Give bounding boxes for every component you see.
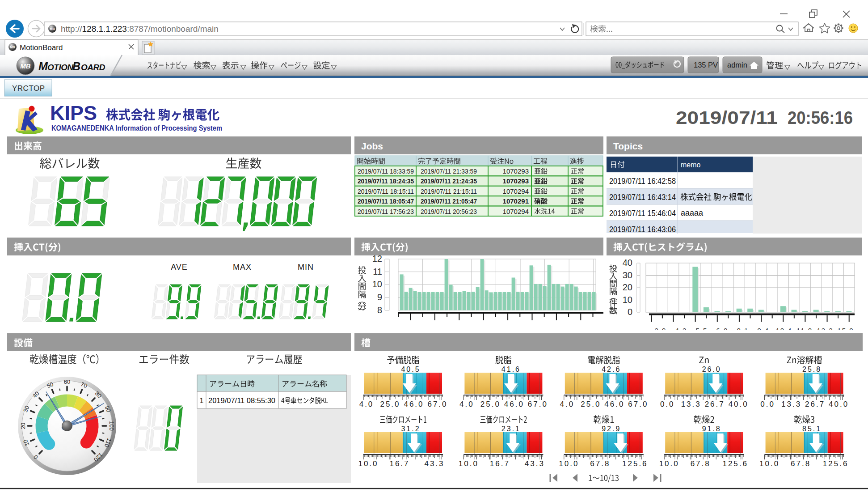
svg-text:2019/07/11 21:33:59: 2019/07/11 21:33:59 — [421, 167, 477, 175]
svg-text:2019/07/11 16:42:58: 2019/07/11 16:42:58 — [609, 176, 676, 186]
svg-text:13.3: 13.3 — [681, 400, 701, 408]
svg-text:Jobs: Jobs — [361, 141, 383, 151]
svg-text:2019/07/11 18:24:35: 2019/07/11 18:24:35 — [358, 177, 414, 185]
svg-text:31.2: 31.2 — [401, 425, 420, 433]
svg-text:2019/07/11 16:43:14: 2019/07/11 16:43:14 — [609, 192, 676, 202]
svg-text:M: M — [38, 60, 48, 72]
svg-text:11: 11 — [373, 267, 382, 276]
svg-text:2019/07/11 21:15:11: 2019/07/11 21:15:11 — [421, 187, 477, 195]
svg-text:2019/07/11 20:56:23: 2019/07/11 20:56:23 — [421, 208, 477, 215]
svg-text:25.0: 25.0 — [581, 400, 601, 408]
svg-text:OARD: OARD — [81, 63, 105, 72]
svg-text:2019/07/11 18:33:59: 2019/07/11 18:33:59 — [358, 167, 414, 175]
svg-text:2019/07/11: 2019/07/11 — [676, 107, 778, 128]
svg-text:8: 8 — [377, 305, 382, 315]
svg-text:2019/07/11 16:43:06: 2019/07/11 16:43:06 — [609, 225, 676, 234]
svg-text:10.0: 10.0 — [559, 459, 579, 468]
svg-text:admin: admin — [727, 61, 747, 69]
svg-text:25.8: 25.8 — [802, 366, 822, 373]
svg-text:46.0: 46.0 — [504, 400, 524, 408]
svg-text:67.0: 67.0 — [628, 400, 648, 408]
svg-text:10.0: 10.0 — [459, 459, 479, 468]
svg-text:10.0: 10.0 — [759, 459, 780, 468]
svg-text:16.7: 16.7 — [490, 459, 510, 468]
svg-text:67.8: 67.8 — [590, 459, 610, 468]
svg-text:http://128.1.1.223:8787/motion: http://128.1.1.223:8787/motionboard/main — [61, 24, 219, 34]
svg-text:aaaaa: aaaaa — [681, 208, 704, 217]
svg-text:67.8: 67.8 — [791, 459, 811, 468]
svg-text:OTION: OTION — [47, 63, 74, 72]
svg-text:MB: MB — [50, 27, 55, 30]
svg-text:MB: MB — [10, 46, 15, 49]
svg-text:46.0: 46.0 — [604, 400, 624, 408]
svg-text:9: 9 — [377, 292, 382, 302]
svg-text:135 PV: 135 PV — [694, 61, 718, 69]
svg-text:30: 30 — [623, 270, 632, 280]
svg-text:42.6: 42.6 — [602, 366, 621, 373]
svg-text:92.9: 92.9 — [602, 425, 621, 433]
svg-text:1070293: 1070293 — [503, 167, 529, 175]
svg-text:13.3: 13.3 — [781, 400, 801, 408]
svg-text:20:56:16: 20:56:16 — [788, 107, 853, 128]
svg-text:1070291: 1070291 — [503, 197, 529, 205]
svg-text:46.0: 46.0 — [404, 400, 424, 408]
svg-text:60: 60 — [64, 378, 70, 385]
svg-text:125.6: 125.6 — [722, 459, 748, 468]
svg-text:4.0: 4.0 — [359, 400, 374, 408]
svg-text:AVE: AVE — [171, 263, 188, 272]
svg-text:16.7: 16.7 — [389, 459, 409, 468]
svg-text:MB: MB — [20, 62, 30, 70]
svg-text:91.8: 91.8 — [702, 425, 721, 433]
svg-text:25.0: 25.0 — [380, 400, 400, 408]
svg-text:12: 12 — [372, 254, 382, 264]
svg-text:2019/07/11 15:46:04: 2019/07/11 15:46:04 — [609, 208, 676, 218]
svg-text:85.1: 85.1 — [802, 425, 822, 433]
svg-text:2019/07/11 21:24:35: 2019/07/11 21:24:35 — [421, 177, 477, 185]
svg-text:0.0: 0.0 — [660, 400, 675, 408]
svg-text:1: 1 — [200, 397, 204, 404]
svg-text:23.1: 23.1 — [501, 425, 521, 433]
svg-text:0.0: 0.0 — [760, 400, 775, 408]
svg-text:4.0: 4.0 — [560, 400, 574, 408]
svg-text:125.6: 125.6 — [823, 459, 849, 468]
svg-text:KIPS: KIPS — [50, 102, 97, 124]
svg-text:40.0: 40.0 — [729, 400, 749, 408]
svg-text:2019/07/11 17:56:23: 2019/07/11 17:56:23 — [358, 208, 414, 215]
svg-text:2019/07/11 08:55:30: 2019/07/11 08:55:30 — [208, 396, 275, 405]
svg-text:40.0: 40.0 — [829, 400, 849, 408]
svg-text:MotionBoard: MotionBoard — [20, 43, 63, 52]
svg-text:20: 20 — [623, 282, 632, 292]
svg-text:2019/07/11 18:05:47: 2019/07/11 18:05:47 — [358, 197, 414, 205]
svg-text:125.6: 125.6 — [622, 459, 648, 468]
svg-text:26.7: 26.7 — [805, 400, 825, 408]
svg-text:YRCTOP: YRCTOP — [12, 84, 45, 93]
svg-text:0: 0 — [628, 307, 632, 317]
svg-text:43.3: 43.3 — [525, 459, 545, 468]
svg-text:MIN: MIN — [298, 263, 314, 272]
svg-text:10: 10 — [623, 295, 632, 305]
svg-text:67.0: 67.0 — [427, 400, 447, 408]
svg-text:1070293: 1070293 — [503, 177, 529, 185]
svg-text:40: 40 — [623, 258, 632, 268]
svg-text:10: 10 — [372, 279, 382, 289]
svg-text:40.5: 40.5 — [401, 366, 420, 373]
svg-text:26.7: 26.7 — [705, 400, 725, 408]
svg-text:KOMAGANEDENKA Information of P: KOMAGANEDENKA Information of Processing … — [51, 124, 222, 132]
svg-text:10.0: 10.0 — [358, 459, 378, 468]
svg-text:25.0: 25.0 — [480, 400, 501, 408]
svg-text:41.6: 41.6 — [501, 366, 521, 373]
svg-text:100: 100 — [108, 421, 115, 431]
svg-text:20: 20 — [20, 423, 26, 429]
svg-text:26.0: 26.0 — [702, 366, 721, 373]
svg-text:2019/07/11 18:15:11: 2019/07/11 18:15:11 — [358, 187, 414, 195]
svg-text:memo: memo — [681, 161, 701, 169]
svg-text:MAX: MAX — [233, 263, 252, 272]
svg-text:2019/07/11 21:05:47: 2019/07/11 21:05:47 — [421, 197, 477, 205]
svg-text:10.0: 10.0 — [659, 459, 679, 468]
svg-text:4.0: 4.0 — [459, 400, 474, 408]
svg-text:67.8: 67.8 — [691, 459, 711, 468]
svg-text:1070294: 1070294 — [503, 208, 529, 215]
svg-text:67.0: 67.0 — [528, 400, 548, 408]
svg-text:B: B — [72, 60, 80, 72]
svg-text:1070294: 1070294 — [503, 187, 529, 195]
